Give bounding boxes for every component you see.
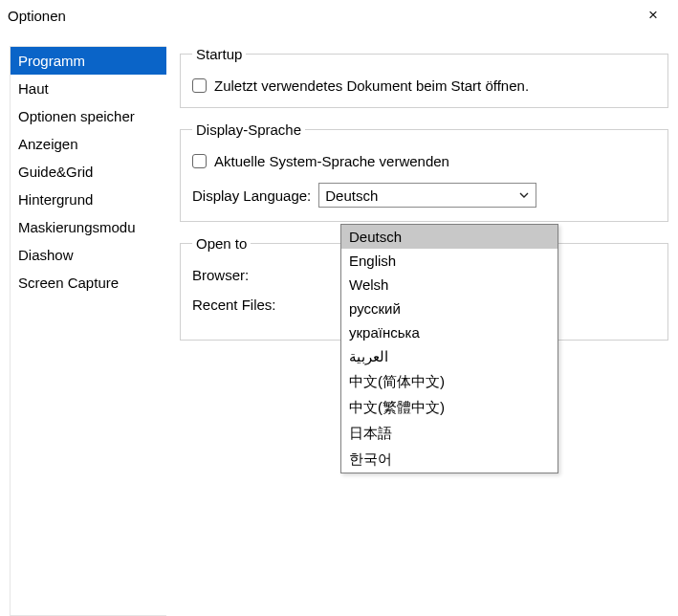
sidebar-item-label: Guide&Grid (18, 164, 93, 180)
language-option-label: 中文(繁體中文) (349, 399, 445, 415)
sidebar-item-label: Screen Capture (18, 275, 119, 291)
display-language-group: Display-Sprache Aktuelle System-Sprache … (180, 121, 668, 222)
language-option-label: 日本語 (349, 425, 392, 441)
chevron-down-icon (518, 189, 530, 201)
sidebar-item-anzeigen[interactable]: Anzeigen (11, 130, 166, 158)
language-option-label: Deutsch (349, 229, 402, 245)
sidebar-item-haut[interactable]: Haut (11, 75, 166, 102)
display-language-combobox[interactable]: Deutsch (318, 183, 536, 208)
close-icon[interactable]: × (634, 6, 672, 25)
display-language-selected-value: Deutsch (325, 187, 518, 204)
sidebar-item-programm[interactable]: Programm (11, 47, 166, 75)
sidebar-item-label: Diashow (18, 247, 74, 263)
sidebar-item-diashow[interactable]: Diashow (11, 241, 166, 269)
language-option-label: Welsh (349, 276, 388, 293)
open-last-label: Zuletzt verwendetes Dokument beim Start … (214, 77, 529, 94)
display-language-label: Display Language: (192, 187, 311, 204)
display-language-row: Display Language: Deutsch (192, 183, 656, 208)
sidebar-item-label: Anzeigen (18, 136, 78, 152)
titlebar: Optionen × (0, 0, 678, 31)
language-option-label: English (349, 253, 396, 269)
language-option-arabic[interactable]: العربية (341, 344, 558, 369)
sidebar-item-label: Programm (18, 53, 85, 69)
language-option-label: العربية (349, 348, 388, 364)
language-option-english[interactable]: English (341, 249, 558, 273)
sidebar-item-maskierungsmodu[interactable]: Maskierungsmodu (11, 213, 166, 241)
window-title: Optionen (8, 8, 634, 24)
use-system-language-checkbox[interactable] (192, 154, 207, 168)
language-option-russian[interactable]: русский (341, 297, 558, 320)
open-to-legend: Open to (192, 235, 251, 252)
dialog-body: Programm Haut Optionen speicher Anzeigen… (0, 31, 678, 616)
language-option-chinese-traditional[interactable]: 中文(繁體中文) (341, 395, 558, 421)
language-option-label: 中文(简体中文) (349, 373, 445, 389)
sidebar-item-hintergrund[interactable]: Hintergrund (11, 186, 166, 213)
sidebar-item-label: Maskierungsmodu (18, 219, 136, 235)
options-sidebar: Programm Haut Optionen speicher Anzeigen… (10, 46, 166, 616)
sidebar-item-guide-grid[interactable]: Guide&Grid (11, 158, 166, 186)
language-option-korean[interactable]: 한국어 (341, 447, 558, 473)
language-option-deutsch[interactable]: Deutsch (341, 225, 558, 249)
startup-group: Startup Zuletzt verwendetes Dokument bei… (180, 46, 668, 108)
sidebar-item-screen-capture[interactable]: Screen Capture (11, 269, 166, 297)
language-option-welsh[interactable]: Welsh (341, 273, 558, 297)
startup-legend: Startup (192, 46, 246, 62)
display-language-dropdown[interactable]: Deutsch English Welsh русский українська… (340, 224, 558, 473)
language-option-label: українська (349, 324, 420, 341)
language-option-chinese-simplified[interactable]: 中文(简体中文) (341, 369, 558, 395)
open-last-row: Zuletzt verwendetes Dokument beim Start … (192, 77, 656, 94)
use-system-row: Aktuelle System-Sprache verwenden (192, 153, 656, 169)
language-option-label: 한국어 (349, 451, 392, 467)
sidebar-item-label: Haut (18, 80, 49, 97)
sidebar-item-label: Optionen speicher (18, 108, 135, 124)
language-option-japanese[interactable]: 日本語 (341, 421, 558, 447)
open-last-checkbox[interactable] (192, 78, 207, 93)
language-option-ukrainian[interactable]: українська (341, 320, 558, 344)
sidebar-item-label: Hintergrund (18, 191, 93, 208)
display-language-legend: Display-Sprache (192, 121, 305, 138)
language-option-label: русский (349, 300, 401, 317)
sidebar-item-optionen-speicher[interactable]: Optionen speicher (11, 102, 166, 130)
use-system-language-label: Aktuelle System-Sprache verwenden (214, 153, 449, 169)
